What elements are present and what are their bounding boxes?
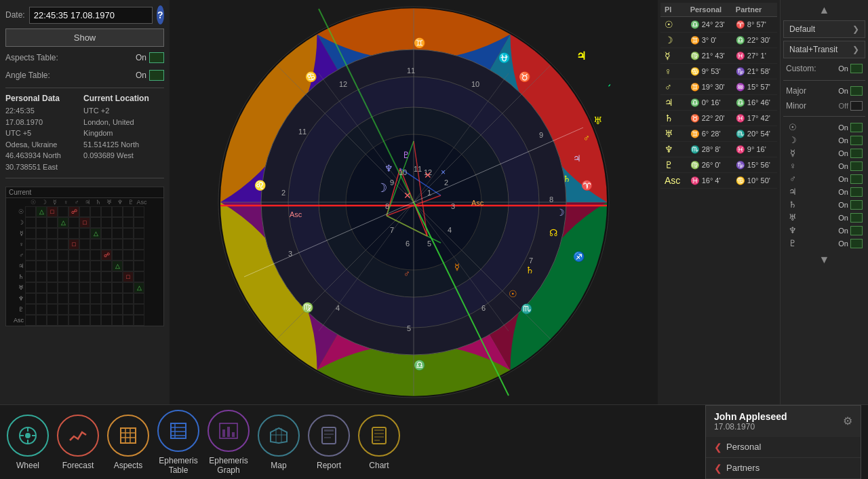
default-preset-button[interactable]: Default ❯ <box>783 20 865 38</box>
minor-state: Off <box>839 102 848 110</box>
planet-toggle-checkbox-8[interactable] <box>850 226 863 235</box>
nav-item-report[interactable]: Report <box>308 415 350 470</box>
nav-item-map[interactable]: Map <box>258 415 300 470</box>
mini-sym-6: ♃ <box>82 199 93 206</box>
planet-toggle-1[interactable]: On <box>838 136 863 145</box>
major-checkbox[interactable] <box>850 86 863 96</box>
mini-cell-0-2: □ <box>47 206 58 217</box>
planet-partner-8: ♓ 9° 16' <box>732 142 777 157</box>
planet-toggle-row-4: ♂ On <box>783 172 865 185</box>
nav-label-4: Ephemeris Graph <box>209 456 248 475</box>
mini-cell-5-5 <box>79 261 90 271</box>
svg-text:♄: ♄ <box>526 265 534 275</box>
nav-item-ephemeristable[interactable]: Ephemeris Table <box>157 410 199 475</box>
nav-item-aspects[interactable]: Aspects <box>107 415 149 470</box>
nav-item-chart[interactable]: Chart <box>358 415 400 470</box>
mini-cell-10-7 <box>101 315 112 326</box>
mini-cell-5-8: △ <box>112 261 123 271</box>
current-lat: 51.514125 North <box>83 139 164 151</box>
planet-toggle-9[interactable]: On <box>838 239 863 248</box>
planet-toggle-checkbox-7[interactable] <box>850 213 863 223</box>
planet-toggle-4[interactable]: On <box>838 174 863 184</box>
nav-item-forecast[interactable]: Forecast <box>57 415 99 470</box>
planet-toggle-3[interactable]: On <box>838 161 863 171</box>
mini-cell-10-10 <box>134 315 144 326</box>
angle-table-toggle[interactable]: On <box>136 70 164 81</box>
mini-cell-3-7 <box>101 239 112 250</box>
partners-chevron-icon: ❮ <box>714 463 722 474</box>
minor-toggle[interactable]: Off <box>839 101 863 111</box>
mini-cell-3-10 <box>134 239 144 250</box>
profile-personal-tab[interactable]: ❮ Personal <box>706 437 861 458</box>
help-button[interactable]: ? <box>157 5 164 24</box>
angle-table-checkbox[interactable] <box>149 70 164 81</box>
personal-section: Personal Data 22:45:35 17.08.1970 UTC +5… <box>5 94 164 172</box>
planet-toggle-checkbox-3[interactable] <box>850 161 863 171</box>
scroll-down-button[interactable]: ▼ <box>783 252 865 267</box>
current-location-title: Current Location <box>83 94 164 103</box>
show-button[interactable]: Show <box>5 28 164 47</box>
planet-table-area: Pl Personal Partner ☉ ♎ 24° 23' ♈ 8° 57'… <box>658 0 780 404</box>
planet-toggles-container: ☉ On ☽ On ☿ On ♀ On ♂ On ♃ On <box>783 121 865 250</box>
natal-transit-preset-button[interactable]: Natal+Transit ❯ <box>783 41 865 58</box>
planet-personal-4: ♊ 19° 30' <box>686 79 732 95</box>
custom-toggle[interactable]: On <box>838 64 863 73</box>
planet-toggle-5[interactable]: On <box>838 187 863 197</box>
mini-row-10: Asc <box>6 315 163 326</box>
planet-toggle-checkbox-5[interactable] <box>850 187 863 197</box>
date-input[interactable] <box>29 7 153 24</box>
minor-label: Minor <box>786 101 806 111</box>
planet-toggle-checkbox-4[interactable] <box>850 174 863 184</box>
aspects-table-state: On <box>136 53 146 62</box>
main-area: Date: ? Show Aspects Table: On Angle Tab… <box>0 0 868 404</box>
nav-icon-5 <box>258 415 300 457</box>
mini-cell-4-1 <box>36 250 47 261</box>
date-row: Date: ? <box>5 5 164 24</box>
planet-symbol-9: ♇ <box>660 157 686 173</box>
nav-item-ephemerisgraph[interactable]: Ephemeris Graph <box>208 410 250 475</box>
planet-partner-9: ♑ 15° 56' <box>732 157 777 173</box>
personal-data-col: Personal Data 22:45:35 17.08.1970 UTC +5… <box>5 94 73 172</box>
planet-toggle-checkbox-2[interactable] <box>850 149 863 158</box>
aspects-table-toggle[interactable]: On <box>136 52 164 63</box>
mini-row-2: ☿△ <box>6 228 163 239</box>
aspects-table-checkbox[interactable] <box>149 52 164 63</box>
planet-toggle-8[interactable]: On <box>838 226 863 235</box>
mini-row-label-6: ♄ <box>6 273 25 280</box>
planet-toggle-checkbox-6[interactable] <box>850 200 863 210</box>
nav-icon-2 <box>107 415 149 457</box>
planet-row-2: ☿ ♍ 21° 43' ♓ 27° 1' <box>660 48 777 64</box>
custom-checkbox[interactable] <box>850 64 863 73</box>
planet-personal-0: ♎ 24° 23' <box>686 17 732 33</box>
planet-toggle-sym-5: ♃ <box>786 187 800 197</box>
mini-cell-2-6: △ <box>90 228 101 239</box>
svg-text:11: 11 <box>298 128 307 136</box>
planet-toggle-0[interactable]: On <box>838 123 863 132</box>
left-panel: Date: ? Show Aspects Table: On Angle Tab… <box>0 0 170 404</box>
mini-cell-5-10 <box>134 261 144 271</box>
mini-cell-10-9 <box>123 315 134 326</box>
aspects-table-label: Aspects Table: <box>5 53 58 62</box>
svg-text:♂: ♂ <box>583 133 590 143</box>
nav-item-wheel[interactable]: Wheel <box>7 415 49 470</box>
planet-symbol-1: ☽ <box>660 33 686 48</box>
minor-checkbox[interactable] <box>850 101 863 111</box>
profile-partners-tab[interactable]: ❮ Partners <box>706 458 861 479</box>
planet-toggle-7[interactable]: On <box>838 213 863 223</box>
presets-divider <box>783 80 865 81</box>
planet-toggle-checkbox-0[interactable] <box>850 123 863 132</box>
profile-gear-icon[interactable]: ⚙ <box>843 415 852 427</box>
planet-toggle-state-9: On <box>838 240 848 248</box>
planet-symbol-6: ♄ <box>660 111 686 126</box>
mini-row-8: ♆ <box>6 293 163 304</box>
planet-toggle-checkbox-1[interactable] <box>850 136 863 145</box>
planet-toggle-6[interactable]: On <box>838 200 863 210</box>
custom-row: Custom: On <box>783 61 865 76</box>
svg-text:☽: ☽ <box>376 181 387 195</box>
planet-toggle-checkbox-9[interactable] <box>850 239 863 248</box>
mini-row-label-8: ♆ <box>6 295 25 302</box>
scroll-up-button[interactable]: ▲ <box>783 3 865 18</box>
planet-toggle-state-3: On <box>838 162 848 170</box>
major-toggle[interactable]: On <box>838 86 863 96</box>
planet-toggle-2[interactable]: On <box>838 149 863 158</box>
